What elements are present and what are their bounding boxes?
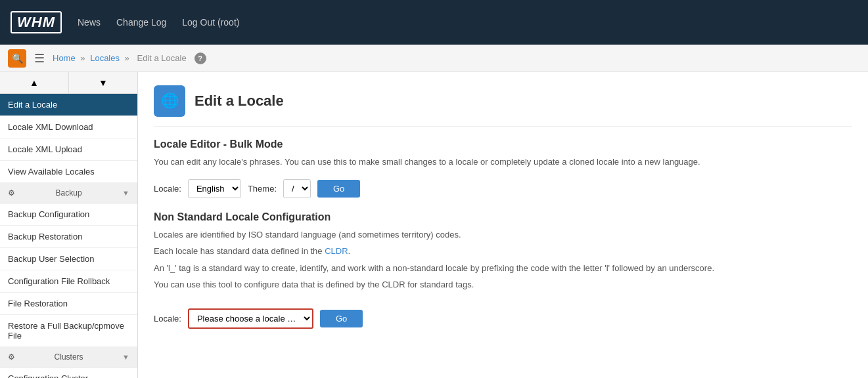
sidebar-item-backup-user[interactable]: Backup User Selection [0, 248, 137, 270]
sidebar-item-backup-restoration[interactable]: Backup Restoration [0, 226, 137, 248]
hamburger-icon: ☰ [34, 52, 45, 65]
backup-section-label: Backup [56, 188, 82, 198]
top-nav: WHM News Change Log Log Out (root) [0, 0, 868, 45]
locale-label: Locale: [154, 184, 181, 194]
help-icon[interactable]: ? [194, 52, 206, 64]
breadcrumb-current: Edit a Locale [137, 53, 186, 63]
non-standard-line4: You can use this tool to configure data … [154, 278, 852, 291]
sidebar-nav-down[interactable]: ▼ [69, 72, 137, 93]
layout: ▲ ▼ Edit a Locale Locale XML Download Lo… [0, 72, 868, 378]
non-standard-title: Non Standard Locale Configuration [154, 211, 852, 223]
clusters-toggle-arrow: ▼ [122, 353, 129, 361]
main-content: 🌐 Edit a Locale Locale Editor - Bulk Mod… [138, 72, 868, 378]
locale-form-row2: Locale: Please choose a locale … Go [154, 308, 852, 329]
non-standard-line3: An 'l_' tag is a standard way to create,… [154, 262, 852, 275]
non-standard-section: Non Standard Locale Configuration Locale… [154, 211, 852, 291]
nav-news[interactable]: News [78, 17, 101, 28]
sidebar-item-file-restoration[interactable]: File Restoration [0, 293, 137, 315]
page-title: Edit a Locale [194, 93, 284, 110]
page-header: 🌐 Edit a Locale [154, 85, 852, 127]
go-button[interactable]: Go [317, 180, 360, 198]
search-button[interactable]: 🔍 [8, 49, 26, 68]
sidebar-item-view-locales[interactable]: View Available Locales [0, 161, 137, 183]
locale-select2[interactable]: Please choose a locale … [188, 308, 313, 329]
cldr-link[interactable]: CLDR [325, 246, 348, 256]
bulk-mode-title: Locale Editor - Bulk Mode [154, 138, 852, 150]
nav-logout[interactable]: Log Out (root) [182, 17, 239, 28]
hamburger-button[interactable]: ☰ [32, 49, 47, 68]
sidebar-nav-up[interactable]: ▲ [0, 72, 69, 93]
locale-icon: 🌐 [161, 93, 179, 110]
theme-label: Theme: [248, 184, 277, 194]
nav-changelog[interactable]: Change Log [116, 17, 166, 28]
backup-toggle-arrow: ▼ [122, 189, 129, 197]
sidebar-section-backup[interactable]: ⚙ Backup ▼ [0, 183, 137, 203]
breadcrumb: Home » Locales » Edit a Locale [53, 53, 189, 63]
backup-section-icon: ⚙ [8, 188, 15, 198]
breadcrumb-locales[interactable]: Locales [90, 53, 120, 63]
search-icon: 🔍 [12, 53, 23, 64]
sub-nav: 🔍 ☰ Home » Locales » Edit a Locale ? [0, 45, 868, 72]
sidebar: ▲ ▼ Edit a Locale Locale XML Download Lo… [0, 72, 138, 378]
clusters-section-label: Clusters [55, 352, 83, 362]
non-standard-line1: Locales are identified by ISO standard l… [154, 228, 852, 242]
sidebar-item-xml-upload[interactable]: Locale XML Upload [0, 138, 137, 161]
locale-select[interactable]: English [188, 179, 241, 198]
bulk-mode-desc: You can edit any locale's phrases. You c… [154, 156, 852, 169]
sidebar-section-clusters[interactable]: ⚙ Clusters ▼ [0, 347, 137, 368]
non-standard-line2: Each locale has standard data defined in… [154, 245, 852, 258]
sidebar-nav-arrows: ▲ ▼ [0, 72, 137, 94]
clusters-section-icon: ⚙ [8, 352, 15, 362]
go-button2[interactable]: Go [320, 310, 363, 327]
page-icon: 🌐 [154, 85, 185, 117]
bulk-mode-section: Locale Editor - Bulk Mode You can edit a… [154, 138, 852, 198]
locale-label2: Locale: [154, 314, 181, 324]
breadcrumb-home[interactable]: Home [53, 53, 76, 63]
sidebar-item-restore-backup[interactable]: Restore a Full Backup/cpmove File [0, 315, 137, 347]
sidebar-item-xml-download[interactable]: Locale XML Download [0, 116, 137, 138]
sidebar-item-edit-locale[interactable]: Edit a Locale [0, 94, 137, 116]
sidebar-item-config-rollback[interactable]: Configuration File Rollback [0, 270, 137, 293]
theme-select[interactable]: / [283, 179, 311, 198]
sidebar-item-config-cluster[interactable]: Configuration Cluster [0, 368, 137, 378]
locale-form-row: Locale: English Theme: / Go [154, 179, 852, 198]
sidebar-item-backup-config[interactable]: Backup Configuration [0, 203, 137, 226]
logo: WHM [11, 11, 62, 33]
